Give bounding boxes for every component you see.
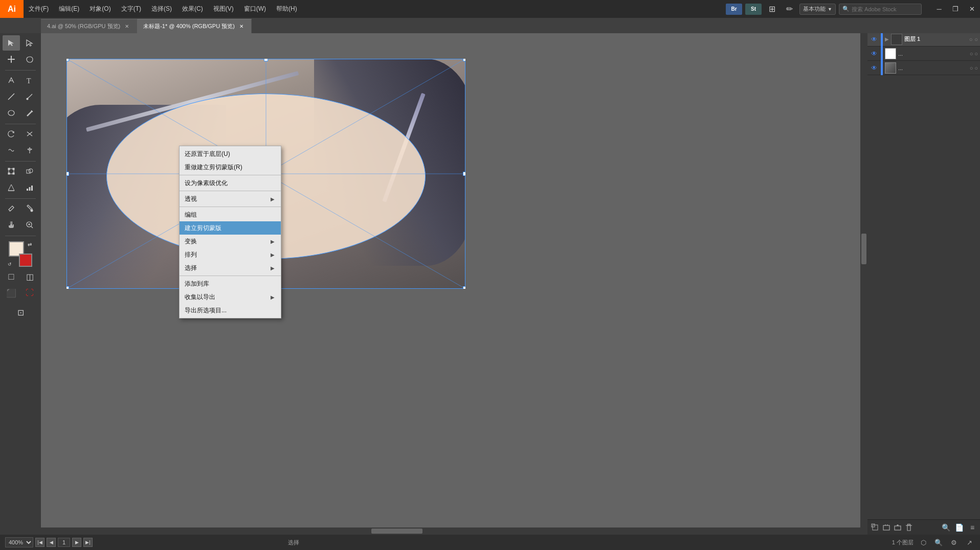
- hand-tool[interactable]: [3, 217, 20, 233]
- ctx-add-to-library[interactable]: 添加到库: [180, 277, 281, 290]
- lasso-tool[interactable]: [21, 52, 38, 67]
- close-button[interactable]: ✕: [964, 0, 980, 18]
- scroll-thumb-v[interactable]: [861, 234, 866, 264]
- minimize-button[interactable]: ─: [931, 0, 947, 18]
- rotate-tool[interactable]: [3, 126, 20, 142]
- tab-0-close[interactable]: ✕: [123, 23, 130, 30]
- layer-expand-arrow[interactable]: ▶: [885, 36, 889, 42]
- ctx-pixel-optimize[interactable]: 设为像素级优化: [180, 176, 281, 190]
- tab-1[interactable]: 未标题-1* @ 400% (RGB/GPU 预览) ✕: [137, 19, 252, 33]
- pencil-tool[interactable]: [21, 105, 38, 121]
- navigation-tools: [0, 217, 41, 233]
- sublayer-img-eye[interactable]: 👁: [870, 63, 879, 73]
- sublayer-img-color: [881, 61, 883, 75]
- ctx-make-clip-mask[interactable]: 建立剪切蒙版: [180, 221, 281, 235]
- ctx-export-selected[interactable]: 导出所选项目...: [180, 304, 281, 317]
- pen-tool[interactable]: [3, 73, 20, 88]
- ctx-perspective[interactable]: 透视 ▶: [180, 192, 281, 205]
- bridge-icon[interactable]: Br: [726, 4, 742, 15]
- perspective-grid-tool[interactable]: [3, 180, 20, 195]
- prev-page[interactable]: |◀: [35, 538, 44, 547]
- panel-make-layer[interactable]: [870, 522, 881, 533]
- ctx-arrange[interactable]: 排列 ▶: [180, 248, 281, 261]
- graph-tool[interactable]: [21, 180, 38, 195]
- status-share[interactable]: ↗: [964, 537, 975, 548]
- background-color[interactable]: [19, 254, 32, 267]
- panel-add-layer[interactable]: [892, 522, 903, 533]
- eyedropper-tool[interactable]: [3, 201, 20, 216]
- page-number[interactable]: [58, 538, 70, 547]
- menu-help[interactable]: 帮助(H): [271, 0, 302, 18]
- status-search[interactable]: 🔍: [933, 537, 944, 548]
- search-box[interactable]: 🔍: [839, 4, 922, 15]
- ellipse-tool[interactable]: [3, 105, 20, 121]
- restore-button[interactable]: ❐: [947, 0, 964, 18]
- next-page[interactable]: ▶: [72, 538, 81, 547]
- paintbrush-tool[interactable]: [21, 89, 38, 104]
- menu-text[interactable]: 文字(T): [116, 0, 146, 18]
- menu-edit[interactable]: 编辑(E): [54, 0, 84, 18]
- free-transform-tool[interactable]: [3, 164, 20, 179]
- status-add-artboard[interactable]: ⬡: [918, 537, 929, 548]
- type-tool[interactable]: T: [21, 73, 38, 88]
- scrollbar-bottom[interactable]: [41, 528, 867, 535]
- layer-visibility-icon[interactable]: 👁: [870, 35, 879, 44]
- status-settings[interactable]: ⚙: [948, 537, 960, 548]
- magic-wand-tool[interactable]: [3, 52, 20, 67]
- ctx-group[interactable]: 编组: [180, 208, 281, 221]
- menu-object[interactable]: 对象(O): [84, 0, 116, 18]
- workspace-selector[interactable]: 基本功能 ▼: [799, 4, 836, 15]
- behind-mode[interactable]: ◫: [21, 269, 38, 284]
- prev-page-2[interactable]: ◀: [47, 538, 56, 547]
- sublayer-white-eye[interactable]: 👁: [870, 49, 879, 58]
- scroll-thumb-h[interactable]: [371, 529, 422, 534]
- line-tool[interactable]: [3, 89, 20, 104]
- panel-settings[interactable]: ≡: [967, 522, 978, 533]
- panel-create-layer[interactable]: [881, 522, 892, 533]
- menu-effect[interactable]: 效果(C): [177, 0, 208, 18]
- next-page-end[interactable]: ▶|: [83, 538, 93, 547]
- tab-0[interactable]: 4.ai @ 50% (RGB/GPU 预览) ✕: [41, 19, 137, 33]
- paint-bucket-tool[interactable]: [21, 201, 38, 216]
- change-screen-mode[interactable]: ⊡: [12, 305, 29, 320]
- width-tool[interactable]: [21, 143, 38, 158]
- menu-select[interactable]: 选择(S): [146, 0, 177, 18]
- ctx-select[interactable]: 选择 ▶: [180, 261, 281, 274]
- extra-tools-2: ⊡: [0, 305, 41, 320]
- tab-1-close[interactable]: ✕: [238, 23, 245, 30]
- sublayer-img-lock: ○: [974, 65, 978, 71]
- warp-tool[interactable]: [3, 143, 20, 158]
- reset-colors[interactable]: ↺: [8, 262, 14, 267]
- ctx-redo-clip[interactable]: 重做建立剪切蒙版(R): [180, 161, 281, 174]
- rotate-scale-tools: [0, 126, 41, 142]
- ctx-collect-export[interactable]: 收集以导出 ▶: [180, 290, 281, 304]
- ctx-restore-bottom[interactable]: 还原置于底层(U): [180, 147, 281, 161]
- reshape-tools: [0, 143, 41, 158]
- swap-colors[interactable]: ⇄: [26, 241, 33, 247]
- cut-mode[interactable]: ⛶: [21, 285, 38, 301]
- svg-point-9: [27, 98, 28, 100]
- selection-tool[interactable]: [3, 35, 20, 51]
- zoom-tool[interactable]: [21, 217, 38, 233]
- screen-mode[interactable]: ⬛: [3, 285, 20, 301]
- grid-icon[interactable]: ⊞: [765, 3, 779, 15]
- menu-file[interactable]: 文件(F): [24, 0, 54, 18]
- normal-mode[interactable]: □: [3, 269, 20, 284]
- stock-icon[interactable]: St: [745, 4, 762, 15]
- panel-new-layer-page[interactable]: 📄: [953, 522, 965, 533]
- sublayer-img[interactable]: 👁 ... ○ ○: [867, 61, 980, 75]
- direct-selection-tool[interactable]: [21, 35, 38, 51]
- menu-view[interactable]: 视图(V): [208, 0, 239, 18]
- sublayer-white[interactable]: 👁 ... ○ ○: [867, 47, 980, 61]
- panel-delete-layer[interactable]: [903, 522, 915, 533]
- ctx-transform[interactable]: 变换 ▶: [180, 235, 281, 248]
- zoom-selector[interactable]: 400% 200% 100% 50%: [5, 537, 33, 547]
- scrollbar-right[interactable]: [860, 33, 867, 535]
- panel-search[interactable]: 🔍: [940, 522, 951, 533]
- search-input[interactable]: [852, 6, 918, 12]
- pen-icon[interactable]: ✏: [782, 3, 796, 15]
- layer-group-1[interactable]: 👁 ▶ 图层 1 ○ ○: [867, 32, 980, 47]
- shape-builder-tool[interactable]: [21, 164, 38, 179]
- reflect-tool[interactable]: [21, 126, 38, 142]
- menu-window[interactable]: 窗口(W): [239, 0, 271, 18]
